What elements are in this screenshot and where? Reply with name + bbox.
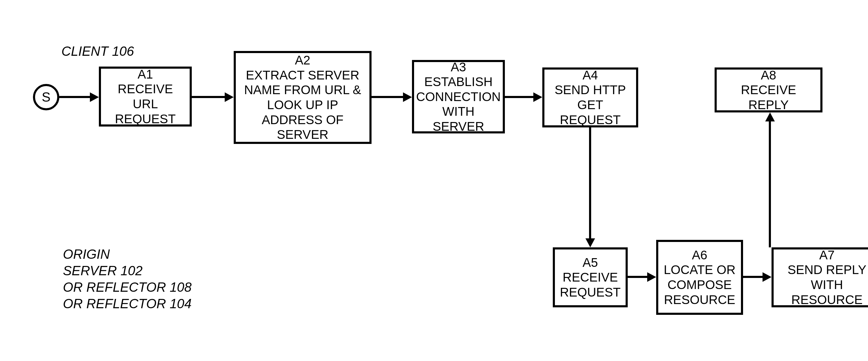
step-a4: A4 SEND HTTP GET REQUEST — [542, 67, 638, 127]
arrow-a5-a6-head — [647, 272, 656, 282]
origin-line1: ORIGIN — [63, 246, 192, 262]
arrow-a2-a3-head — [403, 92, 412, 102]
step-a1-code: A1 — [105, 67, 185, 82]
arrow-a6-a7-head — [763, 272, 772, 282]
step-a3: A3 ESTABLISH CONNECTION WITH SERVER — [412, 60, 505, 133]
step-a7: A7 SEND REPLY WITH RESOURCE — [772, 247, 868, 307]
step-a7-text: SEND REPLY WITH RESOURCE — [778, 262, 868, 307]
step-a8: A8 RECEIVE REPLY — [715, 67, 823, 113]
arrow-a4-a5-line — [589, 127, 591, 238]
arrow-a7-a8-line — [769, 121, 771, 247]
arrow-s-a1-line — [59, 96, 90, 98]
step-a1-content: A1 RECEIVE URL REQUEST — [105, 67, 185, 126]
step-a3-content: A3 ESTABLISH CONNECTION WITH SERVER — [416, 60, 501, 134]
step-a1: A1 RECEIVE URL REQUEST — [99, 66, 192, 126]
client-label: CLIENT 106 — [61, 43, 134, 59]
step-a4-content: A4 SEND HTTP GET REQUEST — [549, 68, 632, 127]
step-a6-code: A6 — [662, 248, 737, 263]
step-a8-code: A8 — [721, 68, 816, 83]
step-a3-code: A3 — [416, 60, 501, 74]
step-a2: A2 EXTRACT SERVER NAME FROM URL & LOOK U… — [234, 51, 372, 144]
step-a5: A5 RECEIVE REQUEST — [553, 247, 628, 307]
arrow-a1-a2-head — [225, 92, 234, 102]
arrow-a5-a6-line — [628, 276, 647, 278]
arrow-a2-a3-line — [372, 96, 403, 98]
arrow-a6-a7-line — [743, 276, 763, 278]
step-a6-text: LOCATE OR COMPOSE RESOURCE — [662, 262, 737, 307]
step-a4-code: A4 — [549, 68, 632, 83]
arrow-a7-a8-head — [765, 113, 775, 121]
step-a8-content: A8 RECEIVE REPLY — [721, 68, 816, 113]
step-a2-text: EXTRACT SERVER NAME FROM URL & LOOK UP I… — [240, 68, 365, 142]
step-a6: A6 LOCATE OR COMPOSE RESOURCE — [656, 240, 743, 315]
start-node: S — [33, 84, 59, 110]
step-a7-code: A7 — [778, 248, 868, 263]
arrow-a4-a5-head — [585, 238, 595, 247]
origin-label: ORIGIN SERVER 102 OR REFLECTOR 108 OR RE… — [63, 246, 192, 312]
step-a5-content: A5 RECEIVE REQUEST — [559, 255, 621, 300]
arrow-s-a1-head — [90, 92, 99, 102]
step-a8-text: RECEIVE REPLY — [721, 83, 816, 112]
step-a4-text: SEND HTTP GET REQUEST — [549, 83, 632, 127]
step-a3-text: ESTABLISH CONNECTION WITH SERVER — [416, 74, 501, 134]
arrow-a3-a4-head — [533, 92, 542, 102]
arrow-a3-a4-line — [505, 96, 533, 98]
step-a1-text: RECEIVE URL REQUEST — [105, 82, 185, 126]
origin-line3: OR REFLECTOR 108 — [63, 279, 192, 295]
origin-line4: OR REFLECTOR 104 — [63, 295, 192, 312]
step-a6-content: A6 LOCATE OR COMPOSE RESOURCE — [662, 248, 737, 307]
step-a2-code: A2 — [240, 53, 365, 68]
step-a5-code: A5 — [559, 255, 621, 270]
step-a7-content: A7 SEND REPLY WITH RESOURCE — [778, 248, 868, 307]
step-a5-text: RECEIVE REQUEST — [559, 270, 621, 300]
arrow-a1-a2-line — [192, 96, 225, 98]
start-text: S — [42, 90, 50, 104]
origin-line2: SERVER 102 — [63, 262, 192, 279]
step-a2-content: A2 EXTRACT SERVER NAME FROM URL & LOOK U… — [240, 53, 365, 142]
